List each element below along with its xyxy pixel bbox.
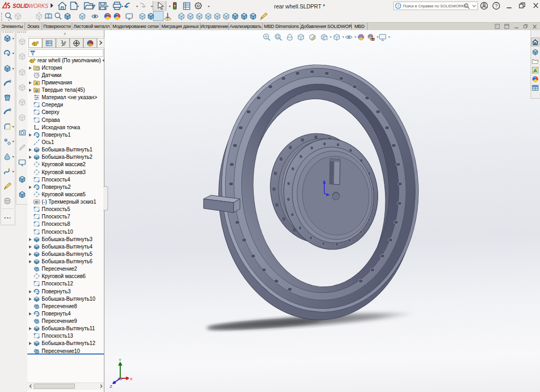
- svg-text:WORKS: WORKS: [28, 3, 49, 9]
- svg-text:?: ?: [495, 3, 497, 8]
- svg-text:?: ?: [397, 4, 400, 8]
- svg-text:Y: Y: [119, 358, 122, 362]
- svg-text:Поиск в Справке по SOLIDWORKS: Поиск в Справке по SOLIDWORKS: [403, 4, 467, 8]
- svg-text:Z: Z: [110, 384, 112, 389]
- svg-text:SOLID: SOLID: [13, 3, 29, 9]
- svg-text:X: X: [130, 377, 133, 381]
